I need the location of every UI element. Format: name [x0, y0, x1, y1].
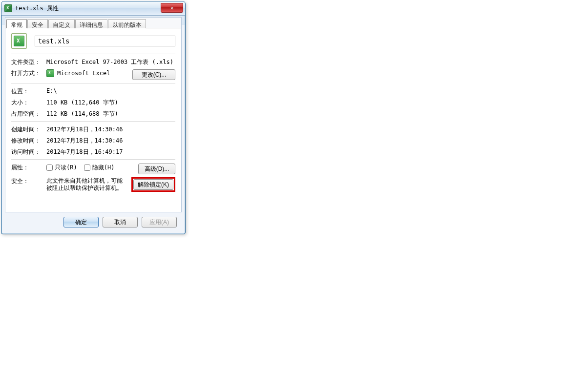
- opens-with-app: Microsoft Excel: [57, 70, 110, 77]
- filename-input[interactable]: [35, 36, 175, 46]
- divider: [11, 121, 175, 122]
- value-modified: 2012年7月18日，14:30:46: [46, 137, 175, 145]
- close-icon: ✕: [170, 5, 174, 11]
- properties-dialog: test.xls 属性 ✕ 常规 安全 自定义 详细信息 以前的版本 文件类型：…: [1, 1, 186, 234]
- cancel-button[interactable]: 取消: [103, 217, 138, 227]
- label-size: 大小：: [11, 99, 42, 107]
- hidden-checkbox[interactable]: 隐藏(H): [84, 164, 115, 172]
- readonly-checkbox[interactable]: 只读(R): [46, 164, 77, 172]
- row-created: 创建时间： 2012年7月18日，14:30:46: [11, 125, 175, 134]
- label-file-type: 文件类型：: [11, 58, 42, 66]
- readonly-checkbox-input[interactable]: [46, 165, 53, 171]
- row-size: 大小： 110 KB (112,640 字节): [11, 99, 175, 107]
- label-security: 安全：: [11, 177, 42, 186]
- file-header: [11, 33, 175, 49]
- value-size: 110 KB (112,640 字节): [46, 99, 175, 107]
- row-file-type: 文件类型： Microsoft Excel 97-2003 工作表 (.xls): [11, 58, 175, 66]
- value-location: E:\: [46, 87, 175, 94]
- row-attributes: 属性： 只读(R) 隐藏(H) 高级(D)...: [11, 164, 175, 174]
- divider: [11, 83, 175, 83]
- tab-details[interactable]: 详细信息: [75, 19, 107, 28]
- tab-general[interactable]: 常规: [6, 19, 27, 28]
- tab-custom[interactable]: 自定义: [48, 19, 75, 28]
- divider: [11, 159, 175, 160]
- apply-button[interactable]: 应用(A): [142, 217, 177, 227]
- hidden-label: 隐藏(H): [92, 164, 115, 172]
- attributes-controls: 只读(R) 隐藏(H): [46, 164, 134, 172]
- label-created: 创建时间：: [11, 125, 42, 134]
- label-size-on-disk: 占用空间：: [11, 110, 42, 118]
- readonly-label: 只读(R): [55, 164, 77, 172]
- value-file-type: Microsoft Excel 97-2003 工作表 (.xls): [46, 58, 175, 66]
- excel-document-icon: [11, 33, 27, 49]
- dialog-body: 常规 安全 自定义 详细信息 以前的版本 文件类型： Microsoft Exc…: [5, 17, 182, 212]
- window-title: test.xls 属性: [15, 4, 59, 13]
- row-opens-with: 打开方式： Microsoft Excel 更改(C)...: [11, 69, 175, 80]
- tab-previous-versions[interactable]: 以前的版本: [108, 19, 146, 28]
- divider: [11, 54, 175, 54]
- row-security: 安全： 此文件来自其他计算机，可能被阻止以帮助保护该计算机。 解除锁定(K): [11, 177, 175, 192]
- excel-file-icon: [4, 4, 12, 12]
- unblock-highlight: 解除锁定(K): [131, 177, 175, 192]
- change-button[interactable]: 更改(C)...: [132, 69, 175, 80]
- excel-app-icon: [46, 69, 54, 77]
- value-opens-with: Microsoft Excel: [46, 69, 128, 77]
- general-tab-content: 文件类型： Microsoft Excel 97-2003 工作表 (.xls)…: [5, 28, 181, 199]
- titlebar[interactable]: test.xls 属性 ✕: [1, 1, 185, 16]
- row-size-on-disk: 占用空间： 112 KB (114,688 字节): [11, 110, 175, 118]
- hidden-checkbox-input[interactable]: [84, 165, 90, 171]
- value-accessed: 2012年7月18日，16:49:17: [46, 148, 175, 156]
- label-opens-with: 打开方式：: [11, 69, 42, 78]
- label-attributes: 属性：: [11, 164, 42, 172]
- dialog-footer: 确定 取消 应用(A): [5, 214, 182, 230]
- row-modified: 修改时间： 2012年7月18日，14:30:46: [11, 137, 175, 145]
- value-size-on-disk: 112 KB (114,688 字节): [46, 110, 175, 118]
- row-accessed: 访问时间： 2012年7月18日，16:49:17: [11, 148, 175, 156]
- tab-strip: 常规 安全 自定义 详细信息 以前的版本: [5, 18, 181, 28]
- close-button[interactable]: ✕: [161, 3, 183, 13]
- unblock-button[interactable]: 解除锁定(K): [133, 179, 173, 190]
- label-location: 位置：: [11, 87, 42, 96]
- advanced-button[interactable]: 高级(D)...: [138, 164, 175, 174]
- label-accessed: 访问时间：: [11, 148, 42, 156]
- tab-security[interactable]: 安全: [27, 19, 48, 28]
- security-text: 此文件来自其他计算机，可能被阻止以帮助保护该计算机。: [46, 177, 127, 192]
- row-location: 位置： E:\: [11, 87, 175, 96]
- value-created: 2012年7月18日，14:30:46: [46, 125, 175, 134]
- label-modified: 修改时间：: [11, 137, 42, 145]
- ok-button[interactable]: 确定: [63, 217, 99, 227]
